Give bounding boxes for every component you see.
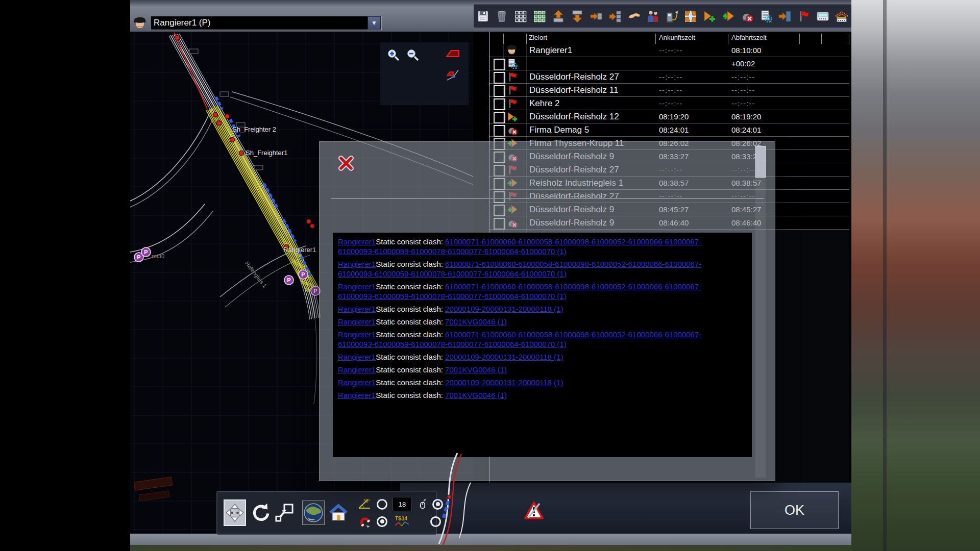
actor-link[interactable]: Rangierer1: [338, 365, 376, 374]
platform-icon[interactable]: [816, 9, 830, 23]
consist-link[interactable]: 7001KVG0046 (1): [445, 391, 507, 399]
clash-message: Rangierer1Static consist clash: 61000071…: [338, 282, 731, 301]
insert-right-icon[interactable]: [589, 9, 603, 23]
passengers-icon[interactable]: [646, 9, 660, 23]
col-abfahrtszeit: Abfahrtszeit: [731, 34, 767, 41]
ankunft-cell: 08:24:01: [659, 126, 689, 134]
move-object-button[interactable]: [275, 503, 294, 522]
delete-icon[interactable]: [495, 9, 509, 23]
train-enter-icon[interactable]: [778, 9, 792, 23]
track-number-box[interactable]: 18: [393, 497, 412, 511]
import-icon[interactable]: [551, 9, 566, 23]
main-toolbar: [474, 4, 851, 28]
touch-icon[interactable]: [627, 9, 641, 23]
angle-snap-icon: 30°: [357, 497, 372, 511]
message-text: Static consist clash:: [376, 378, 445, 387]
actor-link[interactable]: Rangierer1: [338, 237, 376, 246]
svg-text:P: P: [313, 288, 317, 294]
driver-icon: [505, 43, 519, 57]
table-row[interactable]: Rangierer1--:--:--08:10:00: [489, 44, 849, 57]
table-row[interactable]: +00:02: [489, 57, 849, 70]
abfahrt-cell: --:--:--: [731, 86, 755, 94]
actor-link[interactable]: Rangierer1: [338, 282, 376, 291]
abfahrt-cell: 08:10:00: [731, 46, 761, 55]
properties-icon[interactable]: [759, 9, 773, 23]
world-view-button[interactable]: [302, 500, 325, 525]
ok-button[interactable]: OK: [750, 491, 839, 529]
zoom-in-icon[interactable]: [386, 48, 401, 63]
train-selector-value: Rangierer1 (P): [151, 18, 368, 28]
table-row[interactable]: Firma Demag 508:24:0108:24:01: [489, 123, 849, 137]
actor-link[interactable]: Rangierer1: [338, 260, 376, 268]
ts14-radio[interactable]: [430, 516, 441, 527]
rotate-button[interactable]: [251, 503, 271, 522]
actor-link[interactable]: Rangierer1: [338, 378, 376, 387]
route-add-icon[interactable]: [721, 9, 736, 23]
export-icon[interactable]: [570, 9, 584, 23]
snap-magnet-radio[interactable]: [377, 516, 387, 527]
train-selector-dropdown[interactable]: Rangierer1 (P) ▼: [150, 16, 382, 30]
dialog-scrollbar[interactable]: [755, 145, 766, 478]
camera-angle-icon[interactable]: [446, 69, 460, 83]
actor-link[interactable]: Rangierer1: [338, 305, 376, 313]
mouse-lock-radio[interactable]: [432, 499, 443, 510]
table-row[interactable]: Kehre 2--:--:----:--:--: [489, 97, 849, 110]
train-remove-icon[interactable]: [740, 9, 754, 23]
consist-link[interactable]: 7001KVG0046 (1): [445, 317, 507, 326]
clash-message: Rangierer1Static consist clash: 7001KVG0…: [338, 365, 731, 374]
close-icon[interactable]: [338, 155, 354, 171]
depot-icon[interactable]: [835, 9, 849, 23]
snap-magnet-icon: [357, 514, 372, 529]
grid-icon[interactable]: [513, 9, 528, 23]
table-row[interactable]: Düsseldorf-Reisholz 27--:--:----:--:--: [489, 70, 849, 84]
home-view-button[interactable]: [329, 503, 348, 522]
refuel-icon[interactable]: [665, 9, 679, 23]
clash-message: Rangierer1Static consist clash: 20000109…: [338, 378, 731, 387]
actor-link[interactable]: Rangierer1: [338, 317, 376, 326]
app-window: PPPPP Sh_Freighter 2 Sh_Freighter1 Rangi…: [0, 0, 980, 551]
scrollbar-thumb[interactable]: [755, 146, 766, 178]
timetable-header: Zielort Ankunftszeit Abfahrtszeit: [489, 32, 849, 44]
svg-text:P: P: [301, 271, 305, 278]
ankunft-cell: --:--:--: [659, 99, 682, 108]
flag-icon[interactable]: [797, 9, 811, 23]
consist-link[interactable]: 20000109-20000131-20000118 (1): [445, 353, 564, 361]
consist-link[interactable]: 20000109-20000131-20000118 (1): [445, 378, 564, 387]
background-photo: [851, 0, 980, 551]
insert-list-icon[interactable]: [608, 9, 622, 23]
actor-link[interactable]: Rangierer1: [338, 391, 376, 399]
message-text: Static consist clash:: [376, 305, 445, 313]
grid-active-icon[interactable]: [532, 9, 547, 23]
svg-text:P: P: [137, 254, 140, 260]
camera-view-icon[interactable]: [446, 47, 460, 62]
actor-link[interactable]: Rangierer1: [338, 353, 376, 361]
consist-link[interactable]: 20000109-20000131-20000118 (1): [445, 305, 564, 313]
message-text: Static consist clash:: [376, 237, 445, 246]
col-zielort: Zielort: [529, 34, 547, 41]
svg-text:30°: 30°: [363, 498, 370, 504]
clash-message: Rangierer1Static consist clash: 7001KVG0…: [338, 390, 731, 400]
save-icon[interactable]: [476, 9, 490, 23]
ankunft-cell: --:--:--: [659, 72, 682, 81]
zoom-out-icon[interactable]: [406, 48, 420, 63]
route-new-icon[interactable]: [702, 9, 717, 23]
bottom-frame: [130, 534, 851, 545]
zielort-cell: Rangierer1: [529, 45, 572, 56]
clash-message: Rangierer1Static consist clash: 61000071…: [338, 237, 731, 256]
svg-text:P: P: [144, 249, 148, 255]
map-zoom-panel: [380, 42, 469, 105]
pan-mode-button[interactable]: [224, 499, 246, 526]
table-row[interactable]: Düsseldorf-Reisholz 1208:19:2008:19:20: [489, 110, 849, 123]
actor-link[interactable]: Rangierer1: [338, 330, 376, 339]
consist-link[interactable]: 7001KVG0046 (1): [445, 365, 507, 374]
zielort-cell: Düsseldorf-Reisholz 27: [529, 72, 619, 82]
zielort-cell: Düsseldorf-Reisholz 12: [529, 112, 619, 122]
tiles-icon[interactable]: [683, 9, 698, 23]
ankunft-cell: 08:19:20: [659, 112, 689, 121]
zielort-cell: Firma Demag 5: [529, 125, 589, 135]
chevron-down-icon[interactable]: ▼: [368, 16, 381, 30]
message-text: Static consist clash:: [376, 391, 445, 399]
flag-icon: [507, 85, 518, 96]
table-row[interactable]: Düsseldorf-Reisholz 11--:--:----:--:--: [489, 84, 849, 97]
angle-snap-radio[interactable]: [377, 499, 387, 510]
